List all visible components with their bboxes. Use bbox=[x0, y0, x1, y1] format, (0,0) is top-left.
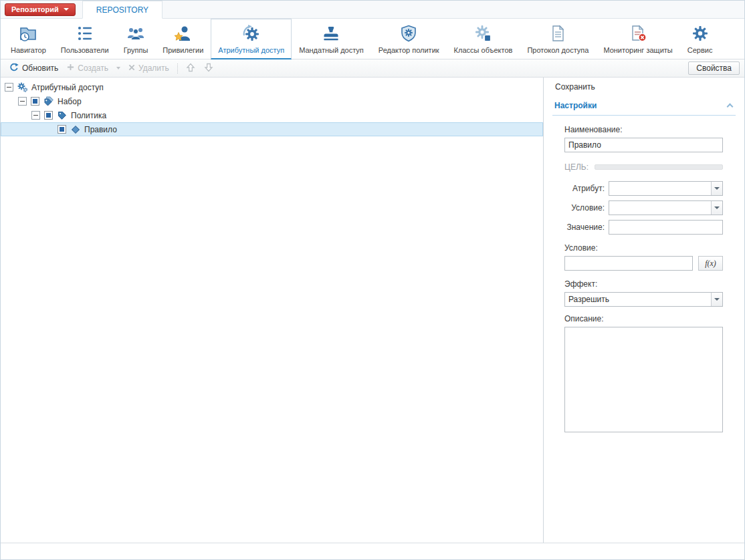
tree-panel: Атрибутный доступ Набор bbox=[1, 78, 544, 543]
tree-row-pravilo[interactable]: Правило bbox=[1, 122, 543, 136]
ribbon-tab-mandatory-access[interactable]: Мандатный доступ bbox=[292, 19, 371, 59]
dropdown-caret-icon bbox=[714, 187, 720, 190]
condition-select-label: Условие: bbox=[564, 203, 605, 213]
value-field[interactable] bbox=[609, 220, 723, 235]
tree-row-politika[interactable]: Политика bbox=[1, 108, 543, 122]
delete-button[interactable]: Удалить bbox=[124, 61, 173, 75]
service-gear-icon bbox=[691, 23, 710, 44]
tab-repository-label: REPOSITORY bbox=[96, 5, 148, 15]
tree-row-attribute-access[interactable]: Атрибутный доступ bbox=[1, 80, 543, 94]
combo-trigger[interactable] bbox=[711, 293, 722, 306]
collapse-chevron-icon bbox=[727, 104, 734, 110]
description-label: Описание: bbox=[564, 314, 723, 323]
description-textarea[interactable] bbox=[564, 327, 723, 432]
privileges-star-icon bbox=[174, 23, 193, 44]
attribute-row: Атрибут: bbox=[564, 181, 723, 196]
toolbar-separator bbox=[177, 63, 178, 74]
condition-combobox[interactable] bbox=[609, 200, 723, 215]
checkbox[interactable] bbox=[58, 125, 66, 134]
ribbon-tab-navigator[interactable]: Навигатор bbox=[3, 19, 54, 59]
stamp-icon bbox=[322, 23, 340, 44]
move-down-button[interactable] bbox=[200, 61, 217, 76]
combo-trigger[interactable] bbox=[711, 182, 722, 195]
ribbon-tab-label: Редактор политик bbox=[379, 46, 439, 54]
save-button[interactable]: Сохранить bbox=[552, 81, 598, 93]
effect-label: Эффект: bbox=[564, 279, 723, 289]
ribbon-tab-privileges[interactable]: Привилегии bbox=[155, 19, 211, 59]
ribbon-tab-users[interactable]: Пользователи bbox=[54, 19, 116, 59]
action-toolbar: Обновить Создать Удалить bbox=[1, 59, 744, 78]
effect-input[interactable] bbox=[564, 292, 723, 307]
ribbon-tab-label: Атрибутный доступ bbox=[218, 46, 284, 54]
collapse-icon[interactable] bbox=[18, 97, 27, 106]
settings-section-header[interactable]: Настройки bbox=[552, 98, 736, 116]
delete-label: Удалить bbox=[138, 63, 169, 73]
app-window: Репозиторий REPOSITORY Навигатор bbox=[0, 0, 745, 560]
description-block: Описание: bbox=[564, 314, 723, 434]
ribbon-tab-policy-editor[interactable]: Редактор политик bbox=[371, 19, 447, 59]
ribbon-tab-label: Навигатор bbox=[11, 46, 46, 54]
refresh-button[interactable]: Обновить bbox=[5, 61, 62, 76]
groups-icon bbox=[126, 23, 145, 44]
checkbox[interactable] bbox=[31, 97, 39, 106]
attribute-label: Атрибут: bbox=[564, 184, 605, 193]
collapse-icon[interactable] bbox=[5, 83, 13, 92]
tree-row-nabor[interactable]: Набор bbox=[1, 94, 543, 108]
document-icon bbox=[548, 23, 567, 44]
properties-toolbar: Сохранить bbox=[544, 78, 744, 96]
delete-cross-icon bbox=[128, 63, 135, 73]
move-up-button[interactable] bbox=[182, 61, 199, 76]
policy-shield-gear-icon bbox=[399, 23, 418, 44]
attribute-input[interactable] bbox=[609, 181, 723, 196]
create-dropdown-button[interactable] bbox=[113, 65, 124, 72]
dropdown-caret-icon bbox=[116, 67, 120, 69]
create-label: Создать bbox=[78, 63, 108, 73]
properties-panel: Сохранить Настройки Наименование: ЦЕЛЬ: … bbox=[544, 78, 744, 543]
main-area: Атрибутный доступ Набор bbox=[1, 78, 744, 543]
name-input[interactable] bbox=[564, 138, 723, 152]
checkbox[interactable] bbox=[44, 111, 53, 120]
ribbon-tab-object-classes[interactable]: Классы объектов bbox=[447, 19, 520, 59]
condition-select-input[interactable] bbox=[609, 200, 723, 215]
gears-icon bbox=[17, 82, 28, 93]
rule-form: Наименование: ЦЕЛЬ: Атрибут: bbox=[544, 116, 744, 434]
tag-icon bbox=[57, 110, 68, 121]
top-tab-strip: Репозиторий REPOSITORY bbox=[1, 1, 744, 19]
ribbon-tab-service[interactable]: Сервис bbox=[680, 19, 720, 59]
dropdown-caret-icon bbox=[714, 298, 720, 301]
object-classes-gear-icon bbox=[473, 23, 492, 44]
collapse-icon[interactable] bbox=[31, 111, 40, 120]
ribbon-tab-security-monitoring[interactable]: Мониторинг защиты bbox=[596, 19, 679, 59]
condition-label: Условие: bbox=[564, 243, 723, 253]
ribbon-tab-label: Группы bbox=[124, 46, 148, 54]
condition-expression-block: Условие: f(x) bbox=[564, 243, 723, 271]
goal-label: ЦЕЛЬ: bbox=[564, 162, 589, 172]
refresh-icon bbox=[9, 63, 19, 74]
tab-repository[interactable]: REPOSITORY bbox=[82, 1, 163, 19]
repository-menu-button[interactable]: Репозиторий bbox=[5, 3, 76, 16]
tree-node-label: Политика bbox=[71, 111, 106, 120]
plus-icon bbox=[67, 63, 74, 73]
create-button[interactable]: Создать bbox=[63, 61, 112, 75]
value-label: Значение: bbox=[564, 223, 605, 232]
arrow-down-icon bbox=[204, 63, 213, 74]
refresh-label: Обновить bbox=[22, 63, 58, 73]
condition-expression-input[interactable] bbox=[564, 256, 693, 271]
ribbon-tab-attribute-access[interactable]: Атрибутный доступ bbox=[211, 19, 292, 59]
name-label: Наименование: bbox=[564, 125, 723, 134]
attribute-combobox[interactable] bbox=[609, 181, 723, 196]
arrow-up-icon bbox=[186, 63, 195, 74]
properties-toggle-button[interactable]: Свойства bbox=[688, 61, 740, 75]
attribute-access-gear-icon bbox=[242, 23, 261, 44]
ribbon-tab-label: Сервис bbox=[687, 46, 713, 54]
ribbon-tab-groups[interactable]: Группы bbox=[116, 19, 156, 59]
goal-separator-bar bbox=[595, 164, 723, 170]
value-input[interactable] bbox=[609, 220, 723, 235]
tree-node-label: Атрибутный доступ bbox=[31, 83, 104, 92]
fx-button[interactable]: f(x) bbox=[698, 256, 723, 271]
ribbon-tab-access-protocol[interactable]: Протокол доступа bbox=[520, 19, 596, 59]
ribbon-tab-label: Классы объектов bbox=[454, 46, 513, 54]
document-alert-icon bbox=[629, 23, 647, 44]
effect-combobox[interactable] bbox=[564, 292, 723, 307]
combo-trigger[interactable] bbox=[711, 201, 722, 215]
